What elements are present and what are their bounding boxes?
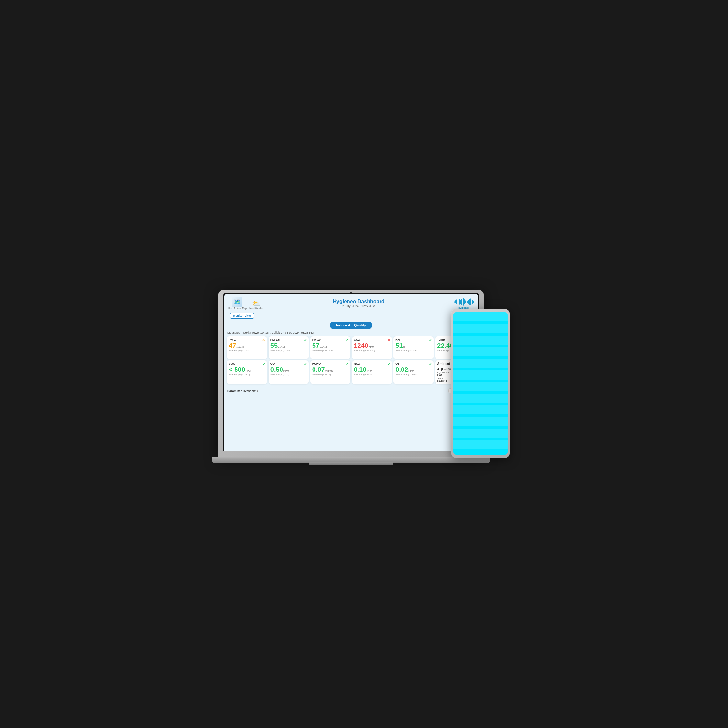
sensor-range: Safe Range (0 - 500) [229, 373, 265, 376]
sensor-card-pm10: PM 10 ✔ 57µg/m3 Safe Range (0 - 100) [310, 336, 350, 359]
sensor-unit: PPB [246, 370, 251, 372]
map-label: Here To View Map [228, 307, 246, 310]
sensor-range: Safe Range (0 - 1) [312, 373, 349, 376]
monitor-view-area: Monitor View [224, 312, 478, 320]
map-area[interactable]: 🗺️ Here To View Map ⛅ Local Weather [228, 297, 264, 310]
waveform-bar [473, 301, 474, 303]
tablet-stripe [453, 417, 508, 426]
tablet-stripe [453, 394, 508, 403]
sensor-value: 0.07mg/m3 [312, 366, 349, 373]
ambient-temp-label: Temp [437, 377, 447, 379]
sensor-range: Safe Range (0 - 5) [354, 373, 390, 376]
sensor-name: VOC [229, 362, 265, 365]
weather-label: Local Weather [249, 307, 264, 310]
ambient-title: Ambient [437, 362, 450, 366]
status-check-icon: ✔ [304, 338, 307, 342]
header-center: Hygieneo Dashboard 2 July 2024 | 12:53 P… [264, 299, 454, 308]
sensor-range: Safe Range (0 - 65) [271, 349, 307, 352]
waveform-bar [455, 300, 456, 303]
tablet-stripe [453, 312, 508, 321]
sensor-unit: µg/m3 [320, 346, 327, 349]
ambient-aqi-label: AQI [437, 367, 443, 371]
header-right: Hygieneo [454, 297, 474, 309]
status-check-icon: ✔ [429, 362, 432, 366]
status-check-icon: ✔ [346, 338, 349, 342]
tablet-stripe [453, 382, 508, 391]
sensor-name: HCHO [312, 362, 349, 365]
param-label: Parameter Overview ℹ [228, 389, 258, 393]
sensor-name: RH [395, 338, 431, 341]
sensor-name: CO [271, 362, 307, 365]
waveform-bar [460, 300, 461, 304]
hygieneo-logo: Hygieneo [454, 297, 474, 309]
waveform-bar [457, 298, 459, 306]
sensor-value: 57µg/m3 [312, 342, 349, 349]
waveform-bar [466, 301, 468, 303]
sensor-card-co: CO ✔ 0.50PPM Safe Range (0 - 2) [269, 361, 309, 384]
sensor-unit: PPM [283, 370, 289, 372]
status-check-icon: ✔ [262, 362, 265, 366]
sensor-card-co2: CO2 ✕ 1240PPM Safe Range (0 - 800) [352, 336, 392, 359]
sensor-card-rh: RH ✔ 51% Safe Range (45 - 65) [393, 336, 434, 359]
sensor-range: Safe Range (0 - 0.15) [395, 373, 431, 376]
tablet-stripe [453, 370, 508, 379]
sensor-name: PM 1 [229, 338, 265, 341]
waveform-bar [469, 299, 470, 305]
waveform-bar [463, 298, 463, 306]
sensor-range: Safe Range (0 - 25) [229, 349, 265, 352]
dashboard: 🔔 🗺️ Here To View Map ⛅ [224, 294, 478, 451]
dashboard-title: Hygieneo Dashboard [264, 299, 454, 304]
location-bar: Measured - Nexity Tower 10, 16F, Collab … [224, 330, 478, 335]
tablet-stripe [453, 359, 508, 368]
sensor-card-no2: NO2 ✔ 0.10PPM Safe Range (0 - 5) [352, 361, 392, 384]
waveform-bar [459, 299, 460, 305]
sensor-card-voc: VOC ✔ < 500PPB Safe Range (0 - 500) [227, 361, 267, 384]
footer-divider [227, 386, 475, 386]
map-icon: 🗺️ [232, 297, 242, 307]
sensor-card-pm2.5: PM 2.5 ✔ 55µg/m3 Safe Range (0 - 65) [269, 336, 309, 359]
param-footer: Parameter Overview ℹ 📅 Last 7 Days [224, 387, 478, 394]
sensor-value: 0.02PPM [395, 366, 431, 373]
status-warn-icon: ⚠ [262, 338, 265, 342]
status-check-icon: ✔ [387, 362, 390, 366]
sensor-value: 0.10PPM [354, 366, 390, 373]
laptop-body: 🔔 🗺️ Here To View Map ⛅ [219, 290, 484, 458]
sensor-value: 51% [395, 342, 431, 349]
sensor-unit: PPM [408, 370, 414, 372]
sensor-grid-row1: PM 1 ⚠ 47µg/m3 Safe Range (0 - 25) PM 2.… [224, 335, 478, 361]
sensor-unit: mg/m3 [325, 370, 333, 372]
tablet-stripe [453, 324, 508, 333]
waveform-bar [464, 299, 465, 304]
tablet-stripe [453, 405, 508, 414]
waveform-bar [454, 301, 454, 303]
sensor-range: Safe Range (0 - 100) [312, 349, 349, 352]
iaq-section: Indoor Air Quality [224, 322, 478, 329]
sensor-card-hcho: HCHO ✔ 0.07mg/m3 Safe Range (0 - 1) [310, 361, 350, 384]
waveform-bar [468, 300, 469, 304]
aqi-pm25-label: AQI PM 2.5 [437, 372, 449, 374]
status-check-icon: ✔ [346, 362, 349, 366]
laptop-screen-border: 🔔 🗺️ Here To View Map ⛅ [223, 293, 479, 451]
sensor-value: 0.50PPM [271, 366, 307, 373]
sensor-unit: % [403, 346, 405, 349]
tablet [451, 309, 509, 458]
monitor-view-button[interactable]: Monitor View [230, 313, 254, 319]
tablet-stripe [453, 347, 508, 356]
tablet-stripes [453, 312, 508, 454]
header-left: 🗺️ Here To View Map ⛅ Local Weather [228, 297, 264, 310]
header: 🗺️ Here To View Map ⛅ Local Weather Hyg [224, 294, 478, 312]
waveform [454, 297, 474, 306]
scene: 🔔 🗺️ Here To View Map ⛅ [219, 264, 509, 464]
iaq-button[interactable]: Indoor Air Quality [330, 322, 372, 329]
sensor-name: CO2 [354, 338, 390, 341]
header-divider [227, 320, 475, 320]
sensor-range: Safe Range (0 - 800) [354, 349, 390, 352]
sensor-grid-row2: VOC ✔ < 500PPB Safe Range (0 - 500) CO ✔… [224, 361, 478, 385]
tablet-stripe [453, 440, 508, 450]
tablet-stripe [453, 429, 508, 438]
sensor-unit: PPM [367, 370, 372, 372]
tablet-stripe [453, 335, 508, 344]
sensor-value: 55µg/m3 [271, 342, 307, 349]
tablet-screen [453, 312, 508, 454]
sensor-name: O3 [395, 362, 431, 365]
